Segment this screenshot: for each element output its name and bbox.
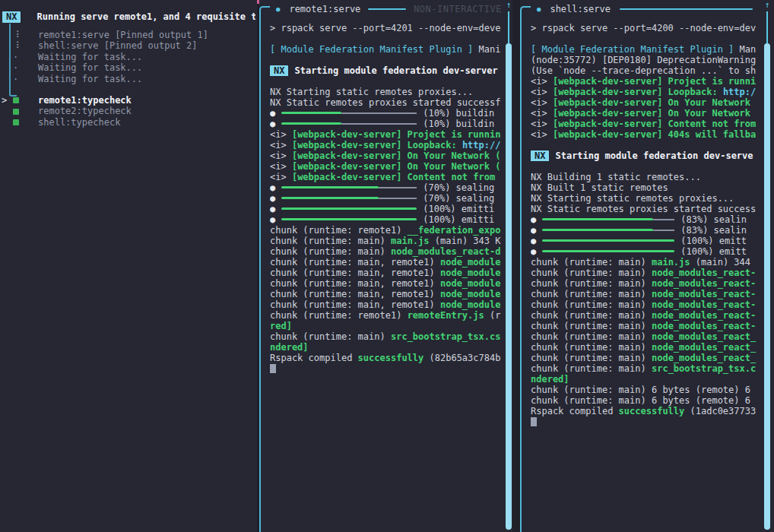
task-row[interactable]: ·Waiting for task... [0, 62, 257, 73]
task-row[interactable]: remote2:typecheck [0, 106, 257, 116]
terminal-line: chunk (runtime: main, remote1) node_modu… [270, 257, 503, 268]
text-segment: node_modules_react-d [391, 246, 501, 257]
text-segment: <i> [270, 129, 292, 140]
progress-dot-icon: ● [270, 204, 275, 214]
task-row[interactable]: >remote1:typecheck [0, 95, 257, 106]
progress-line: ●(100%) emitti [270, 214, 503, 225]
text-segment: [ Module Federation Manifest Plugin ] [531, 44, 734, 55]
terminal-cursor [531, 417, 537, 426]
terminal-line: NX Starting static remotes proxies... [531, 193, 759, 204]
terminal-line: <i> [webpack-dev-server] Content not fro… [531, 119, 759, 129]
progress-bar-fill [281, 218, 417, 220]
task-caret-slot [2, 106, 13, 116]
text-segment: (main) 343 K [430, 236, 501, 246]
scroll-up-arrow-icon[interactable]: ↑ [765, 1, 770, 10]
terminal-line: NXStarting module federation dev-server [270, 65, 503, 76]
terminal-line: <i> [webpack-dev-server] Content not fro… [270, 172, 503, 182]
pane-header[interactable]: ● shell:serve [520, 3, 763, 14]
text-segment: chunk (runtime: main, remote1) [270, 289, 440, 299]
progress-dot-icon: ● [531, 214, 536, 225]
scroll-up-arrow-icon[interactable]: ↑ [506, 1, 512, 10]
scrollbar-thumb[interactable] [506, 43, 512, 530]
progress-line: ●(83%) sealin [531, 225, 759, 236]
text-segment: <i> [531, 97, 553, 108]
text-segment: <i> [270, 161, 292, 172]
scrollbar: ↑ [506, 0, 512, 532]
terminal-line: Rspack compiled successfully (1adc0e3773… [531, 406, 759, 416]
progress-bar [281, 217, 417, 221]
pane-mode-label: NON-INTERACTIVE [414, 4, 502, 14]
terminal-line: chunk (runtime: main) node_modules_react… [531, 278, 759, 289]
text-segment: node_module [440, 299, 500, 310]
text-segment: http:/ [723, 87, 756, 97]
progress-label: (100%) emitti [423, 214, 494, 225]
terminal-line: <i> [webpack-dev-server] On Your Network… [270, 161, 503, 172]
pane-header[interactable]: ● remote1:serve NON-INTERACTIVE [259, 3, 502, 14]
badge-message: Starting module federation dev-serve [555, 150, 753, 161]
text-segment: (main) 344 [690, 257, 750, 268]
task-caret-slot [2, 52, 13, 62]
text-segment: ndered] [531, 374, 569, 385]
terminal-line: <i> [webpack-dev-server] Loopback: http:… [531, 87, 759, 97]
progress-bar-fill [281, 122, 341, 125]
spinner-icon: ⠸ [13, 30, 38, 40]
progress-bar-fill [281, 197, 379, 199]
progress-label: (10%) buildin [423, 119, 494, 129]
progress-bar-rest [653, 230, 674, 231]
text-segment: chunk (runtime: main) [531, 268, 652, 278]
success-square-icon [13, 119, 19, 125]
terminal-line: chunk (runtime: main) node_modules_react… [531, 353, 759, 363]
scrollbar-thumb[interactable] [764, 43, 770, 530]
progress-dot-icon: ● [270, 193, 275, 204]
waiting-dot-icon: · [13, 62, 38, 73]
terminal-line: NX Static remotes proxies started succes… [270, 97, 503, 108]
progress-label: (83%) sealin [680, 225, 747, 236]
task-row[interactable]: ⠸remote1:serve [Pinned output 1] [0, 30, 257, 40]
progress-line: ●(100%) emitt [531, 246, 759, 257]
task-row[interactable]: ·Waiting for task... [0, 52, 257, 62]
terminal-line: chunk (runtime: main) node_modules_react… [531, 331, 759, 342]
terminal-line: NX Building 1 static remotes... [531, 172, 759, 182]
terminal-line: chunk (runtime: main) 6 bytes (remote) 6 [531, 385, 759, 395]
text-segment: http:// [462, 140, 501, 150]
progress-label: (10%) buildin [423, 108, 494, 119]
text-segment: Rspack compiled [270, 353, 358, 363]
terminal-line [531, 416, 759, 427]
progress-bar [281, 185, 417, 189]
terminal-line: <i> [webpack-dev-server] On Your Network… [270, 150, 503, 161]
text-segment: chunk (runtime: main, remote1) [270, 278, 440, 289]
task-status-slot [13, 117, 38, 128]
text-segment: [webpack-dev-server] Loopback: [553, 87, 723, 97]
text-segment: node_modules_react_ [652, 342, 756, 353]
text-segment: <i> [531, 76, 553, 87]
terminal-line: chunk (runtime: remote1) __federation_ex… [270, 225, 503, 236]
text-segment: chunk (runtime: main) [531, 289, 652, 299]
progress-line: ●(10%) buildin [270, 119, 503, 129]
progress-bar-fill [542, 250, 674, 252]
task-row[interactable]: ·Waiting for task... [0, 74, 257, 84]
text-segment: node_modules_react_ [652, 331, 756, 342]
terminal-line: <i> [webpack-dev-server] Project is runn… [531, 76, 759, 87]
task-label: Waiting for task... [38, 62, 142, 73]
terminal-line [270, 55, 503, 65]
progress-line: ●(70%) sealing [270, 193, 503, 204]
text-segment: node_modules_react_ [652, 353, 756, 363]
task-row[interactable]: shell:typecheck [0, 117, 257, 128]
text-segment: main.js [391, 236, 430, 246]
text-segment: [webpack-dev-server] On Your Network [553, 108, 750, 119]
terminal-line: chunk (runtime: main, remote1) node_modu… [270, 278, 503, 289]
task-status-slot [13, 106, 38, 116]
text-segment: <i> [531, 119, 553, 129]
text-segment: <i> [531, 87, 553, 97]
text-segment: [ Module Federation Manifest Plugin ] [270, 44, 473, 55]
terminal-line: chunk (runtime: main) node_modules_react… [531, 310, 759, 321]
text-segment: node_modules_react- [652, 268, 756, 278]
pane-border [520, 6, 531, 532]
task-row[interactable]: ⠸shell:serve [Pinned output 2] [0, 40, 257, 51]
text-segment: chunk (runtime: main) [531, 331, 652, 342]
terminal-line: [ Module Federation Manifest Plugin ] Ma… [270, 44, 503, 55]
text-segment: NX Building 1 static remotes... [531, 172, 701, 182]
text-segment: node_modules_react- [652, 299, 756, 310]
text-segment: chunk (runtime: main) [531, 257, 652, 268]
text-segment: [webpack-dev-server] Project is runnin [292, 129, 501, 140]
